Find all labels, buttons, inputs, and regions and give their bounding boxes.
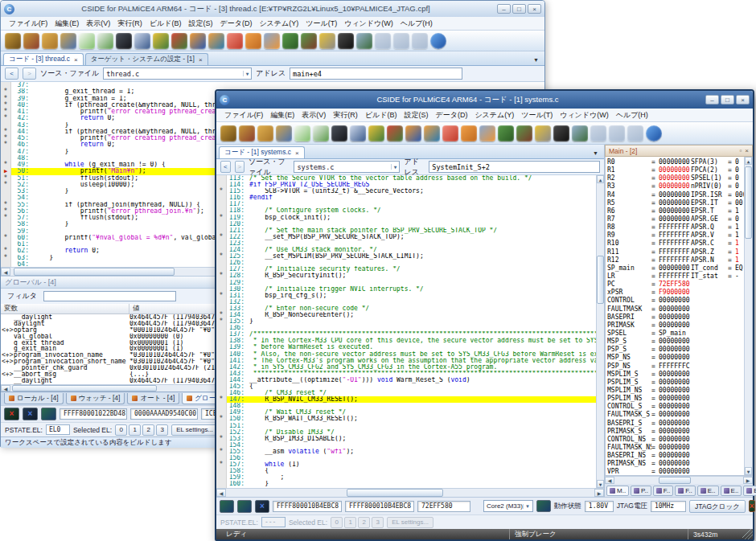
line-marker[interactable] bbox=[216, 423, 227, 429]
save-source-file-icon[interactable] bbox=[239, 125, 255, 141]
core-select-combo[interactable]: Core2 (M33) ▼ bbox=[483, 500, 533, 512]
core-icon-3[interactable]: × bbox=[255, 500, 269, 513]
register-panel-header[interactable]: Main - [2] ▫ × bbox=[605, 145, 753, 157]
settings-tool-icon[interactable] bbox=[319, 33, 335, 49]
expand-toggle[interactable]: <+> bbox=[1, 371, 14, 378]
line-marker[interactable] bbox=[216, 338, 227, 344]
line-marker[interactable]: * bbox=[216, 461, 227, 468]
line-marker[interactable] bbox=[216, 377, 227, 383]
line-marker[interactable]: * bbox=[1, 235, 11, 241]
resize-grip[interactable] bbox=[742, 529, 753, 539]
tab-document-1[interactable]: ターゲット・システムの設定 - [1]× bbox=[85, 53, 208, 65]
rtm-status-icon[interactable]: × bbox=[749, 500, 755, 512]
register-tab-2[interactable]: F.. bbox=[653, 486, 673, 496]
fg-code-vscrollbar[interactable]: ▲ ▼ bbox=[596, 175, 604, 488]
search-icon[interactable] bbox=[134, 33, 150, 49]
line-marker[interactable] bbox=[216, 403, 227, 409]
line-marker[interactable] bbox=[216, 201, 227, 207]
hand2-disabled-icon[interactable] bbox=[627, 125, 643, 141]
expand-toggle[interactable]: <+> bbox=[1, 327, 14, 334]
register-tab-0[interactable]: M.. bbox=[606, 486, 629, 496]
variable-tab-1[interactable]: ウォッチ - [4] bbox=[66, 393, 125, 404]
inspect-chip-icon[interactable] bbox=[572, 125, 588, 141]
tab-document-0[interactable]: コード - [3] thread.c× bbox=[3, 53, 84, 65]
pause-disabled-icon[interactable] bbox=[375, 33, 391, 49]
hand2-disabled-icon[interactable] bbox=[412, 33, 428, 49]
open-project-icon[interactable] bbox=[60, 33, 76, 49]
maximize-button[interactable]: □ bbox=[512, 4, 526, 14]
menu-item-10[interactable]: ヘルプ(H) bbox=[613, 109, 651, 121]
download-yellow-icon[interactable] bbox=[153, 33, 169, 49]
close-tab-icon[interactable]: × bbox=[295, 150, 299, 157]
download-red-icon[interactable] bbox=[387, 125, 403, 141]
line-marker[interactable]: * bbox=[216, 396, 227, 403]
line-marker[interactable]: * bbox=[1, 115, 11, 121]
register-tab-6[interactable]: E.. bbox=[743, 486, 756, 496]
run-to-cursor-icon[interactable] bbox=[301, 33, 317, 49]
source-file-combo[interactable]: thread.c ▼ bbox=[103, 68, 252, 80]
snapshot-camera-icon[interactable] bbox=[338, 33, 354, 49]
register-list[interactable]: R0=00000000R1=00000000R2=00000000R3=0000… bbox=[605, 157, 753, 476]
el-button-0[interactable]: 0 bbox=[331, 517, 343, 528]
open-source-file-icon[interactable] bbox=[220, 125, 236, 141]
scroll-thumb[interactable] bbox=[745, 166, 752, 239]
line-marker[interactable] bbox=[216, 195, 227, 201]
scroll-right-icon[interactable]: ▶ bbox=[594, 489, 604, 497]
nav-forward-button[interactable]: > bbox=[235, 161, 245, 173]
memory-view-icon[interactable] bbox=[116, 33, 132, 49]
el-button-1[interactable]: 1 bbox=[344, 517, 356, 528]
save-source-file-icon[interactable] bbox=[23, 33, 39, 49]
minimize-button[interactable]: – bbox=[497, 4, 511, 14]
close-tab-icon[interactable]: × bbox=[199, 56, 203, 64]
menu-item-4[interactable]: ビルド(B) bbox=[362, 109, 401, 121]
line-marker[interactable]: * bbox=[216, 253, 227, 260]
memory-view-icon[interactable] bbox=[331, 125, 347, 141]
el-button-3[interactable]: 3 bbox=[156, 424, 168, 436]
scroll-left-icon[interactable]: ◀ bbox=[605, 477, 614, 484]
line-marker[interactable] bbox=[216, 280, 227, 286]
scroll-thumb[interactable] bbox=[14, 268, 175, 276]
pause-disabled-icon[interactable] bbox=[590, 125, 606, 141]
scroll-down-icon[interactable]: ▼ bbox=[745, 467, 752, 475]
line-marker[interactable]: * bbox=[216, 188, 227, 195]
fg-titlebar[interactable]: C CSIDE for PALMiCE4 ARM64 - コード - [1] s… bbox=[216, 91, 753, 109]
line-marker[interactable] bbox=[1, 188, 11, 195]
hand-disabled-icon[interactable] bbox=[393, 33, 409, 49]
run-icon[interactable] bbox=[424, 125, 440, 141]
inspect-chip-icon[interactable] bbox=[356, 33, 372, 49]
el-button-3[interactable]: 3 bbox=[372, 517, 384, 528]
break-status-icon[interactable]: × bbox=[4, 408, 19, 420]
line-marker[interactable]: * bbox=[216, 273, 227, 279]
el-button-1[interactable]: 1 bbox=[129, 424, 141, 436]
download-yellow-icon[interactable] bbox=[368, 125, 384, 141]
open-folder-icon[interactable] bbox=[42, 33, 58, 49]
chevron-down-icon[interactable]: ▼ bbox=[243, 71, 249, 76]
menu-item-1[interactable]: 編集(E) bbox=[51, 18, 82, 30]
settings-tool-icon[interactable] bbox=[535, 125, 551, 141]
scroll-left-icon[interactable]: ◀ bbox=[1, 385, 10, 391]
open-project-icon[interactable] bbox=[276, 125, 292, 141]
step-over-icon[interactable] bbox=[245, 33, 261, 49]
scroll-left-icon[interactable]: ◀ bbox=[1, 268, 10, 276]
line-marker[interactable] bbox=[1, 261, 11, 267]
menu-item-5[interactable]: 設定(S) bbox=[185, 18, 216, 30]
line-marker[interactable] bbox=[216, 260, 227, 266]
menu-item-10[interactable]: ヘルプ(H) bbox=[397, 18, 436, 30]
line-marker[interactable]: * bbox=[216, 293, 227, 299]
line-marker[interactable]: * bbox=[1, 182, 11, 188]
scroll-thumb[interactable] bbox=[347, 489, 443, 497]
variable-tab-0[interactable]: ローカル - [4] bbox=[4, 393, 64, 404]
el-settings-button[interactable]: EL settings... bbox=[171, 424, 218, 436]
scroll-up-icon[interactable]: ▲ bbox=[597, 175, 604, 183]
expand-toggle[interactable] bbox=[1, 340, 14, 346]
hand-disabled-icon[interactable] bbox=[609, 125, 625, 141]
register-tab-3[interactable]: F.. bbox=[675, 486, 695, 496]
step-in-icon[interactable] bbox=[264, 33, 280, 49]
expand-toggle[interactable] bbox=[1, 314, 14, 321]
close-button[interactable]: × bbox=[528, 4, 541, 14]
new-document-icon[interactable] bbox=[79, 33, 95, 49]
line-marker[interactable] bbox=[1, 149, 11, 155]
close-icon[interactable]: × bbox=[745, 147, 749, 154]
line-marker[interactable] bbox=[216, 344, 227, 350]
line-marker[interactable]: * bbox=[1, 141, 11, 148]
